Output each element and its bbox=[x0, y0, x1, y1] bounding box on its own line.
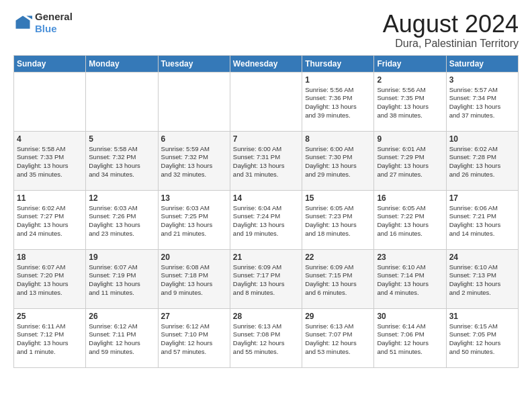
table-row: 22Sunrise: 6:09 AM Sunset: 7:15 PM Dayli… bbox=[302, 249, 374, 308]
day-info: Sunrise: 6:09 AM Sunset: 7:17 PM Dayligh… bbox=[233, 263, 299, 298]
table-row: 20Sunrise: 6:08 AM Sunset: 7:18 PM Dayli… bbox=[158, 249, 230, 308]
page: General Blue August 2024 Dura, Palestini… bbox=[0, 0, 532, 411]
table-row: 24Sunrise: 6:10 AM Sunset: 7:13 PM Dayli… bbox=[446, 249, 518, 308]
table-row: 30Sunrise: 6:14 AM Sunset: 7:06 PM Dayli… bbox=[374, 308, 446, 367]
day-number: 7 bbox=[233, 134, 299, 144]
logo: General Blue bbox=[13, 11, 73, 35]
table-row: 25Sunrise: 6:11 AM Sunset: 7:12 PM Dayli… bbox=[14, 308, 86, 367]
day-number: 23 bbox=[377, 253, 443, 262]
day-number: 27 bbox=[161, 312, 227, 321]
table-row: 11Sunrise: 6:02 AM Sunset: 7:27 PM Dayli… bbox=[14, 190, 86, 249]
table-row: 7Sunrise: 6:00 AM Sunset: 7:31 PM Daylig… bbox=[230, 131, 302, 190]
day-number: 13 bbox=[161, 193, 227, 203]
table-row: 10Sunrise: 6:02 AM Sunset: 7:28 PM Dayli… bbox=[446, 131, 518, 190]
day-number: 28 bbox=[233, 312, 299, 321]
day-number: 11 bbox=[17, 193, 83, 203]
logo-icon bbox=[13, 13, 32, 32]
day-info: Sunrise: 6:07 AM Sunset: 7:19 PM Dayligh… bbox=[89, 263, 154, 298]
day-info: Sunrise: 6:02 AM Sunset: 7:27 PM Dayligh… bbox=[17, 204, 83, 238]
day-number: 25 bbox=[17, 312, 83, 321]
day-info: Sunrise: 6:10 AM Sunset: 7:14 PM Dayligh… bbox=[377, 263, 443, 298]
day-info: Sunrise: 6:05 AM Sunset: 7:23 PM Dayligh… bbox=[305, 204, 371, 238]
day-info: Sunrise: 5:56 AM Sunset: 7:35 PM Dayligh… bbox=[377, 86, 443, 120]
day-number: 16 bbox=[377, 193, 443, 203]
table-row: 21Sunrise: 6:09 AM Sunset: 7:17 PM Dayli… bbox=[230, 249, 302, 308]
table-row: 6Sunrise: 5:59 AM Sunset: 7:32 PM Daylig… bbox=[158, 131, 230, 190]
day-number: 12 bbox=[89, 193, 154, 203]
day-info: Sunrise: 6:04 AM Sunset: 7:24 PM Dayligh… bbox=[233, 204, 299, 238]
day-info: Sunrise: 5:59 AM Sunset: 7:32 PM Dayligh… bbox=[161, 145, 227, 179]
day-number: 21 bbox=[233, 253, 299, 262]
day-number: 19 bbox=[89, 253, 154, 262]
day-number: 3 bbox=[449, 75, 515, 85]
day-number: 5 bbox=[89, 134, 154, 144]
day-info: Sunrise: 6:03 AM Sunset: 7:26 PM Dayligh… bbox=[89, 204, 154, 238]
calendar-week-row: 18Sunrise: 6:07 AM Sunset: 7:20 PM Dayli… bbox=[14, 249, 519, 308]
day-info: Sunrise: 6:02 AM Sunset: 7:28 PM Dayligh… bbox=[449, 145, 515, 179]
day-info: Sunrise: 5:58 AM Sunset: 7:33 PM Dayligh… bbox=[17, 145, 83, 179]
table-row: 13Sunrise: 6:03 AM Sunset: 7:25 PM Dayli… bbox=[158, 190, 230, 249]
day-number: 1 bbox=[305, 75, 371, 85]
table-row: 16Sunrise: 6:05 AM Sunset: 7:22 PM Dayli… bbox=[374, 190, 446, 249]
day-info: Sunrise: 6:15 AM Sunset: 7:05 PM Dayligh… bbox=[449, 322, 515, 357]
day-number: 15 bbox=[305, 193, 371, 203]
header: General Blue August 2024 Dura, Palestini… bbox=[13, 11, 519, 50]
col-monday: Monday bbox=[86, 55, 158, 72]
day-info: Sunrise: 6:11 AM Sunset: 7:12 PM Dayligh… bbox=[17, 322, 83, 357]
col-thursday: Thursday bbox=[302, 55, 374, 72]
table-row: 15Sunrise: 6:05 AM Sunset: 7:23 PM Dayli… bbox=[302, 190, 374, 249]
day-number: 4 bbox=[17, 134, 83, 144]
table-row: 3Sunrise: 5:57 AM Sunset: 7:34 PM Daylig… bbox=[446, 72, 518, 131]
table-row bbox=[86, 72, 158, 131]
day-info: Sunrise: 6:13 AM Sunset: 7:08 PM Dayligh… bbox=[233, 322, 299, 357]
main-title: August 2024 bbox=[383, 11, 519, 38]
table-row: 23Sunrise: 6:10 AM Sunset: 7:14 PM Dayli… bbox=[374, 249, 446, 308]
day-info: Sunrise: 6:12 AM Sunset: 7:11 PM Dayligh… bbox=[89, 322, 154, 357]
table-row bbox=[158, 72, 230, 131]
day-info: Sunrise: 6:14 AM Sunset: 7:06 PM Dayligh… bbox=[377, 322, 443, 357]
day-info: Sunrise: 6:10 AM Sunset: 7:13 PM Dayligh… bbox=[449, 263, 515, 298]
day-number: 9 bbox=[377, 134, 443, 144]
day-number: 22 bbox=[305, 253, 371, 262]
logo-general: General bbox=[35, 11, 73, 22]
day-info: Sunrise: 6:00 AM Sunset: 7:31 PM Dayligh… bbox=[233, 145, 299, 179]
day-number: 6 bbox=[161, 134, 227, 144]
day-number: 31 bbox=[449, 312, 515, 321]
day-info: Sunrise: 6:03 AM Sunset: 7:25 PM Dayligh… bbox=[161, 204, 227, 238]
calendar-week-row: 1Sunrise: 5:56 AM Sunset: 7:36 PM Daylig… bbox=[14, 72, 519, 131]
title-block: August 2024 Dura, Palestinian Territory bbox=[383, 11, 519, 50]
table-row bbox=[14, 72, 86, 131]
logo-blue: Blue bbox=[35, 23, 57, 34]
day-info: Sunrise: 5:58 AM Sunset: 7:32 PM Dayligh… bbox=[89, 145, 154, 179]
day-info: Sunrise: 5:57 AM Sunset: 7:34 PM Dayligh… bbox=[449, 86, 515, 120]
table-row: 4Sunrise: 5:58 AM Sunset: 7:33 PM Daylig… bbox=[14, 131, 86, 190]
day-number: 18 bbox=[17, 253, 83, 262]
day-number: 2 bbox=[377, 75, 443, 85]
day-number: 10 bbox=[449, 134, 515, 144]
table-row: 28Sunrise: 6:13 AM Sunset: 7:08 PM Dayli… bbox=[230, 308, 302, 367]
table-row bbox=[230, 72, 302, 131]
col-sunday: Sunday bbox=[14, 55, 86, 72]
table-row: 14Sunrise: 6:04 AM Sunset: 7:24 PM Dayli… bbox=[230, 190, 302, 249]
day-number: 30 bbox=[377, 312, 443, 321]
day-info: Sunrise: 6:08 AM Sunset: 7:18 PM Dayligh… bbox=[161, 263, 227, 298]
day-number: 29 bbox=[305, 312, 371, 321]
day-number: 26 bbox=[89, 312, 154, 321]
svg-marker-0 bbox=[16, 16, 30, 29]
calendar-week-row: 25Sunrise: 6:11 AM Sunset: 7:12 PM Dayli… bbox=[14, 308, 519, 367]
day-info: Sunrise: 6:06 AM Sunset: 7:21 PM Dayligh… bbox=[449, 204, 515, 238]
calendar-week-row: 4Sunrise: 5:58 AM Sunset: 7:33 PM Daylig… bbox=[14, 131, 519, 190]
table-row: 31Sunrise: 6:15 AM Sunset: 7:05 PM Dayli… bbox=[446, 308, 518, 367]
day-number: 17 bbox=[449, 193, 515, 203]
table-row: 27Sunrise: 6:12 AM Sunset: 7:10 PM Dayli… bbox=[158, 308, 230, 367]
day-info: Sunrise: 6:00 AM Sunset: 7:30 PM Dayligh… bbox=[305, 145, 371, 179]
day-number: 20 bbox=[161, 253, 227, 262]
day-info: Sunrise: 6:01 AM Sunset: 7:29 PM Dayligh… bbox=[377, 145, 443, 179]
table-row: 5Sunrise: 5:58 AM Sunset: 7:32 PM Daylig… bbox=[86, 131, 158, 190]
day-info: Sunrise: 5:56 AM Sunset: 7:36 PM Dayligh… bbox=[305, 86, 371, 120]
table-row: 9Sunrise: 6:01 AM Sunset: 7:29 PM Daylig… bbox=[374, 131, 446, 190]
table-row: 29Sunrise: 6:13 AM Sunset: 7:07 PM Dayli… bbox=[302, 308, 374, 367]
table-row: 17Sunrise: 6:06 AM Sunset: 7:21 PM Dayli… bbox=[446, 190, 518, 249]
table-row: 12Sunrise: 6:03 AM Sunset: 7:26 PM Dayli… bbox=[86, 190, 158, 249]
table-row: 18Sunrise: 6:07 AM Sunset: 7:20 PM Dayli… bbox=[14, 249, 86, 308]
